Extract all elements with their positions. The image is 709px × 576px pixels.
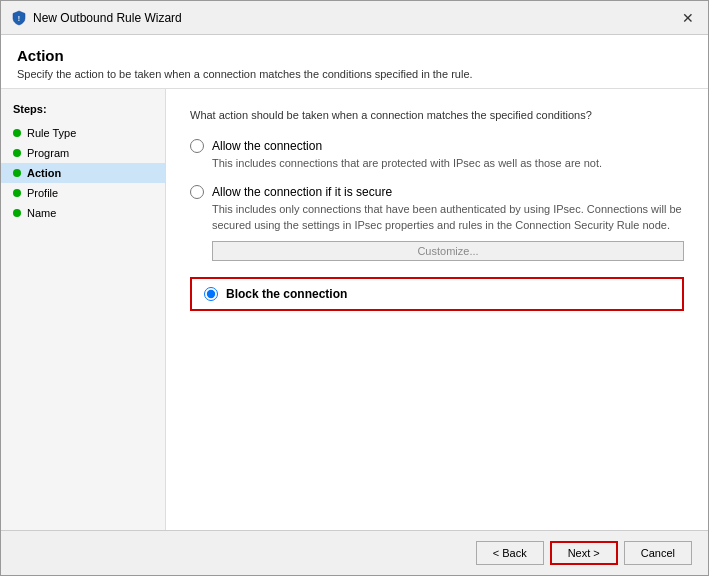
close-button[interactable]: ✕ bbox=[678, 8, 698, 28]
page-header: Action Specify the action to be taken wh… bbox=[1, 35, 708, 89]
radio-allow-secure[interactable] bbox=[190, 185, 204, 199]
back-button[interactable]: < Back bbox=[476, 541, 544, 565]
page-title: Action bbox=[17, 47, 692, 64]
sidebar-item-rule-type[interactable]: Rule Type bbox=[1, 123, 165, 143]
desc-allow-secure: This includes only connections that have… bbox=[212, 202, 684, 233]
footer: < Back Next > Cancel bbox=[1, 530, 708, 575]
svg-text:!: ! bbox=[18, 15, 20, 22]
block-option-box: Block the connection bbox=[190, 277, 684, 311]
content-area: Steps: Rule Type Program Action Profile … bbox=[1, 89, 708, 530]
option-allow-row: Allow the connection bbox=[190, 139, 684, 153]
sidebar-label-program: Program bbox=[27, 147, 69, 159]
page-subtitle: Specify the action to be taken when a co… bbox=[17, 68, 692, 80]
desc-allow: This includes connections that are prote… bbox=[212, 156, 684, 171]
sidebar-item-name[interactable]: Name bbox=[1, 203, 165, 223]
title-bar-left: ! New Outbound Rule Wizard bbox=[11, 10, 182, 26]
shield-icon: ! bbox=[11, 10, 27, 26]
question-text: What action should be taken when a conne… bbox=[190, 109, 684, 121]
dot-name bbox=[13, 209, 21, 217]
cancel-button[interactable]: Cancel bbox=[624, 541, 692, 565]
option-allow: Allow the connection This includes conne… bbox=[190, 139, 684, 171]
title-bar: ! New Outbound Rule Wizard ✕ bbox=[1, 1, 708, 35]
wizard-window: ! New Outbound Rule Wizard ✕ Action Spec… bbox=[0, 0, 709, 576]
dot-action bbox=[13, 169, 21, 177]
sidebar-label-rule-type: Rule Type bbox=[27, 127, 76, 139]
label-allow[interactable]: Allow the connection bbox=[212, 139, 322, 153]
sidebar-label-name: Name bbox=[27, 207, 56, 219]
option-group: Allow the connection This includes conne… bbox=[190, 139, 684, 311]
sidebar-item-program[interactable]: Program bbox=[1, 143, 165, 163]
sidebar-label-action: Action bbox=[27, 167, 61, 179]
next-button[interactable]: Next > bbox=[550, 541, 618, 565]
sidebar-title: Steps: bbox=[1, 99, 165, 123]
dot-program bbox=[13, 149, 21, 157]
sidebar-label-profile: Profile bbox=[27, 187, 58, 199]
main-content: What action should be taken when a conne… bbox=[166, 89, 708, 530]
sidebar-item-profile[interactable]: Profile bbox=[1, 183, 165, 203]
sidebar-item-action[interactable]: Action bbox=[1, 163, 165, 183]
dot-rule-type bbox=[13, 129, 21, 137]
customize-button[interactable]: Customize... bbox=[212, 241, 684, 261]
option-block: Block the connection bbox=[190, 275, 684, 311]
radio-block[interactable] bbox=[204, 287, 218, 301]
dot-profile bbox=[13, 189, 21, 197]
label-block[interactable]: Block the connection bbox=[226, 287, 347, 301]
window-title: New Outbound Rule Wizard bbox=[33, 11, 182, 25]
radio-allow[interactable] bbox=[190, 139, 204, 153]
label-allow-secure[interactable]: Allow the connection if it is secure bbox=[212, 185, 392, 199]
option-allow-secure: Allow the connection if it is secure Thi… bbox=[190, 185, 684, 261]
sidebar: Steps: Rule Type Program Action Profile … bbox=[1, 89, 166, 530]
option-allow-secure-row: Allow the connection if it is secure bbox=[190, 185, 684, 199]
